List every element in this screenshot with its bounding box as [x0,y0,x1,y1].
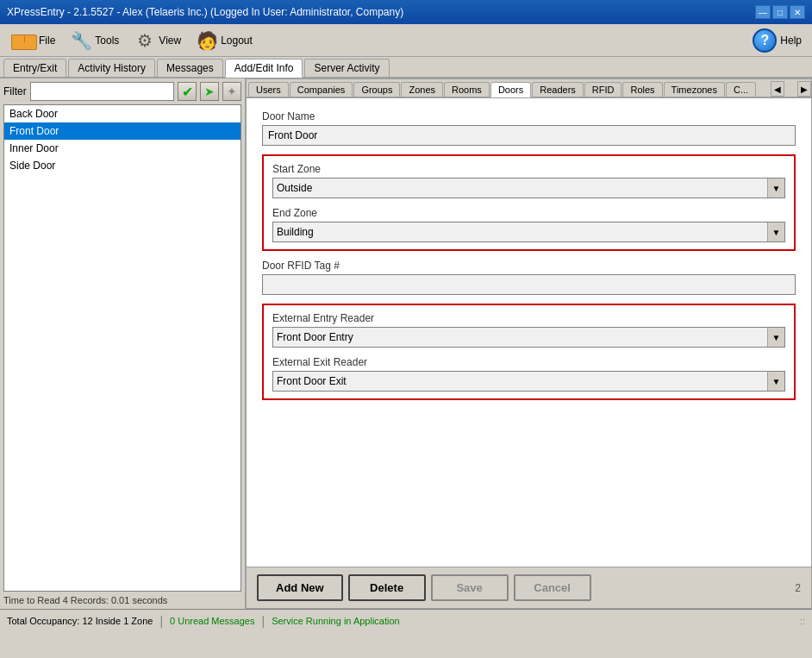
ext-exit-wrapper: Front Door Exit Front Door Entry ▼ [272,371,785,392]
filter-star-button[interactable]: ✦ [222,82,241,101]
ext-entry-label: External Entry Reader [272,312,785,324]
star-icon: ✦ [227,85,237,98]
ext-exit-label: External Exit Reader [272,356,785,368]
list-item-inner-door[interactable]: Inner Door [4,140,240,157]
check-icon: ✔ [182,84,193,100]
tab-entry-exit[interactable]: Entry/Exit [3,59,66,77]
sub-tab-readers[interactable]: Readers [532,82,584,97]
tab-activity-history[interactable]: Activity History [68,59,155,77]
add-new-button[interactable]: Add New [257,574,343,601]
menu-file-label: File [39,34,55,47]
start-zone-select[interactable]: Outside Building Lobby [272,178,785,198]
tab-scroll-left[interactable]: ◀ [771,81,784,97]
sub-tab-timezones[interactable]: Timezones [664,82,725,97]
end-zone-select[interactable]: Building Outside Lobby [272,222,785,242]
list-item-back-door[interactable]: Back Door [4,105,240,122]
sub-tab-groups[interactable]: Groups [353,82,400,97]
occupancy-segment: Total Occupancy: 12 Inside 1 Zone [7,616,153,626]
help-icon: ? [753,28,777,53]
status-dots: :: [800,616,805,626]
rfid-group: Door RFID Tag # [262,260,796,295]
gear-icon: ⚙ [134,30,155,51]
record-count-status: Time to Read 4 Records: 0.01 seconds [3,592,241,605]
main-tabs: Entry/Exit Activity History Messages Add… [0,57,812,78]
tab-server-activity[interactable]: Server Activity [304,59,389,77]
folder-icon [11,31,35,50]
main-content: Filter ✔ ➤ ✦ Back Door Front Door Inner … [0,78,812,609]
rfid-input[interactable] [262,274,796,295]
end-zone-wrapper: Building Outside Lobby ▼ [272,222,785,242]
menu-tools-label: Tools [95,34,119,47]
help-button[interactable]: ? Help [746,25,809,56]
service-segment: Service Running in Application [272,616,400,626]
tab-messages[interactable]: Messages [157,59,223,77]
sub-tab-more[interactable]: C... [726,82,756,97]
sub-tab-roles[interactable]: Roles [622,82,662,97]
arrow-icon: ➤ [204,85,215,98]
end-zone-label: End Zone [272,207,785,219]
left-panel: Filter ✔ ➤ ✦ Back Door Front Door Inner … [0,78,246,609]
filter-input[interactable] [30,82,174,101]
tools-icon: 🔧 [71,30,91,51]
zone-group: Start Zone Outside Building Lobby ▼ End … [262,154,796,251]
menu-logout-label: Logout [221,34,253,47]
menu-logout[interactable]: 🧑 Logout [189,26,260,55]
filter-ok-button[interactable]: ✔ [178,82,197,101]
help-label: Help [780,34,802,47]
door-list[interactable]: Back Door Front Door Inner Door Side Doo… [3,104,241,592]
sub-tab-zones[interactable]: Zones [401,82,443,97]
menu-view[interactable]: ⚙ View [127,26,189,55]
menu-tools[interactable]: 🔧 Tools [63,26,127,55]
start-zone-group: Start Zone Outside Building Lobby ▼ [272,163,785,198]
start-zone-label: Start Zone [272,163,785,175]
sep2: | [261,614,265,628]
sub-tab-companies[interactable]: Companies [290,82,353,97]
save-button[interactable]: Save [431,574,509,601]
ext-exit-select[interactable]: Front Door Exit Front Door Entry [272,371,785,392]
messages-segment: 0 Unread Messages [170,616,254,626]
window-title: XPressEntry - 2.1.5527 - Alex (Telaeris … [7,6,403,18]
ext-entry-wrapper: Front Door Entry Front Door Exit ▼ [272,327,785,348]
maximize-button[interactable]: □ [772,5,788,19]
reader-group: External Entry Reader Front Door Entry F… [262,304,796,400]
tab-add-edit-info[interactable]: Add/Edit Info [225,59,303,78]
ext-exit-group: External Exit Reader Front Door Exit Fro… [272,356,785,392]
end-zone-group: End Zone Building Outside Lobby ▼ [272,207,785,242]
list-item-side-door[interactable]: Side Door [4,157,240,174]
sub-tab-rooms[interactable]: Rooms [444,82,490,97]
service-status: Service Running in Application [272,616,400,626]
door-name-input[interactable] [262,125,796,146]
menu-file[interactable]: File [3,27,63,54]
right-panel: Users Companies Groups Zones Rooms Doors… [246,78,812,609]
sub-tab-doors[interactable]: Doors [490,82,531,97]
list-item-front-door[interactable]: Front Door [4,122,240,140]
form-area: Door Name ★ a Start Zone Outside [247,98,811,567]
sub-tabs: Users Companies Groups Zones Rooms Doors… [247,79,811,98]
door-name-label: Door Name [262,110,796,122]
cancel-button[interactable]: Cancel [514,574,591,601]
tab-scroll-right[interactable]: ▶ [797,81,811,97]
sep1: | [159,614,163,628]
menu-bar: File 🔧 Tools ⚙ View 🧑 Logout ? Help [0,24,812,57]
menu-view-label: View [159,34,181,47]
messages-status: 0 Unread Messages [170,616,254,626]
ext-entry-select[interactable]: Front Door Entry Front Door Exit [272,327,785,348]
start-zone-wrapper: Outside Building Lobby ▼ [272,178,785,198]
title-bar: XPressEntry - 2.1.5527 - Alex (Telaeris … [0,0,812,24]
ext-entry-group: External Entry Reader Front Door Entry F… [272,312,785,348]
occupancy-status: Total Occupancy: 12 Inside 1 Zone [7,616,153,626]
action-count: 2 [795,582,801,594]
sub-tab-rfid[interactable]: RFID [584,82,622,97]
logout-icon: 🧑 [197,30,217,51]
filter-arrow-button[interactable]: ➤ [200,82,219,101]
rfid-label: Door RFID Tag # [262,260,796,272]
minimize-button[interactable]: — [755,5,771,19]
filter-row: Filter ✔ ➤ ✦ [3,82,241,101]
status-bar: Total Occupancy: 12 Inside 1 Zone | 0 Un… [0,609,812,631]
sub-tab-users[interactable]: Users [248,82,289,97]
delete-button[interactable]: Delete [348,574,426,601]
action-bar: Add New Delete Save Cancel 2 [247,567,811,608]
close-button[interactable]: ✕ [790,5,805,19]
filter-label: Filter [3,85,27,97]
window-controls[interactable]: — □ ✕ [755,5,805,19]
